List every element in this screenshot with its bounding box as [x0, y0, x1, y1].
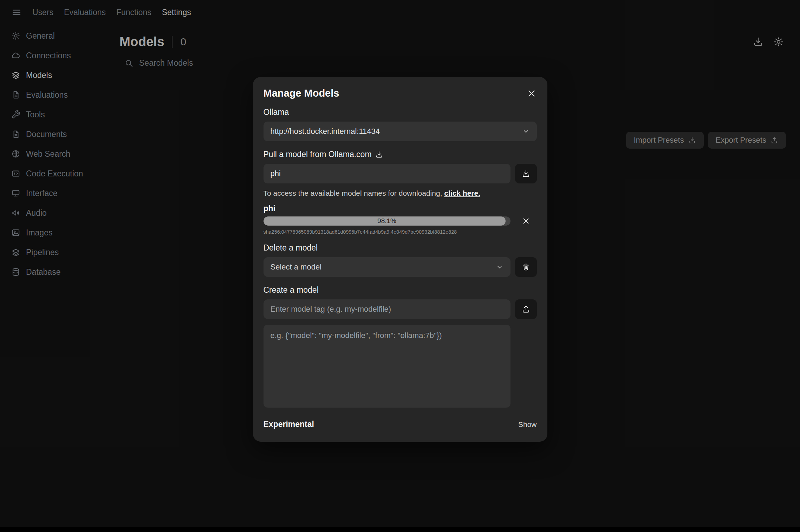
pull-help-text: To access the available model names for …	[264, 189, 537, 197]
download-icon	[522, 169, 530, 178]
close-icon	[521, 216, 531, 226]
ollama-url-select[interactable]: http://host.docker.internal:11434	[264, 122, 537, 141]
create-model-tag-input[interactable]	[264, 299, 510, 319]
create-model-label: Create a model	[264, 285, 537, 295]
chevron-down-icon	[496, 263, 503, 271]
ollama-url-value: http://host.docker.internal:11434	[271, 127, 380, 136]
ollama-section-label: Ollama	[264, 108, 537, 117]
pull-progress-bar: 98.1%	[264, 216, 510, 226]
upload-icon	[522, 305, 530, 313]
cancel-download-button[interactable]	[521, 216, 531, 226]
experimental-label: Experimental	[264, 420, 314, 429]
chevron-down-icon	[522, 128, 530, 135]
delete-model-label: Delete a model	[264, 243, 537, 253]
manage-models-modal: Manage Models Ollama http://host.docker.…	[253, 77, 547, 442]
modal-close-button[interactable]	[526, 88, 537, 99]
experimental-show-toggle[interactable]: Show	[518, 420, 537, 429]
close-icon	[526, 88, 537, 99]
delete-model-select-value: Select a model	[271, 262, 322, 272]
modelfile-content-textarea[interactable]	[264, 325, 510, 408]
create-model-button[interactable]	[515, 299, 537, 319]
delete-model-select[interactable]: Select a model	[264, 257, 510, 277]
pull-model-input[interactable]	[264, 164, 510, 183]
delete-model-button[interactable]	[515, 257, 537, 277]
trash-icon	[522, 263, 530, 271]
pull-model-button[interactable]	[515, 164, 537, 183]
download-icon	[375, 151, 383, 158]
pull-model-label: Pull a model from Ollama.com	[264, 150, 537, 159]
downloading-model-name: phi	[264, 204, 537, 213]
model-digest: sha256:04778965089b91318ad61d0995b7e44fa…	[264, 229, 537, 235]
click-here-link[interactable]: click here.	[444, 189, 480, 197]
modal-title: Manage Models	[264, 87, 339, 99]
pull-progress-percent: 98.1%	[264, 216, 510, 226]
